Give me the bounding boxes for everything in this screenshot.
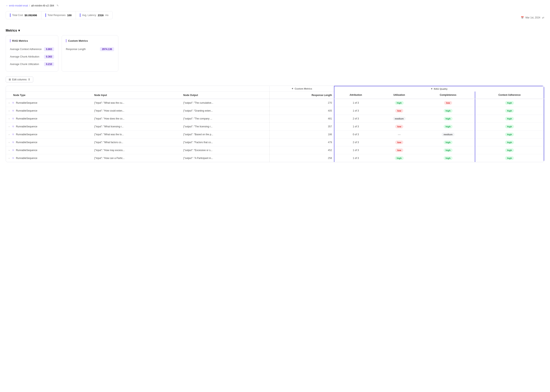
response-length-value: 479	[328, 141, 332, 144]
response-length-value: 405	[328, 109, 332, 112]
node-type-label: RunnableSequence	[16, 149, 37, 152]
custom-bar	[66, 39, 66, 42]
node-output-value: {"output": "Based on the p...	[183, 133, 213, 136]
copy-button[interactable]: ⧉	[12, 140, 15, 144]
expand-button[interactable]: ›	[8, 125, 10, 128]
response-length-value: 357	[328, 125, 332, 128]
breadcrumb-sep: /	[29, 4, 30, 7]
table-row: › ⧉ RunnableSequence {"input": "How coul…	[6, 107, 544, 115]
metric-value-chunk-attribution: 0.363	[44, 55, 54, 59]
columns-icon: ⊞	[9, 78, 11, 81]
breadcrumb-current: all-minilm-l6-v2-384	[31, 4, 54, 7]
metrics-cards-row: RAG Metrics Average Context Adherence 0.…	[6, 35, 544, 72]
group-custom-label: Custom Metrics	[295, 87, 312, 90]
metrics-section-title[interactable]: Metrics ▾	[6, 28, 544, 32]
copy-button[interactable]: ⧉	[12, 125, 15, 128]
stat-responses-label: Total Responses	[48, 14, 66, 17]
rag-title-text: RAG Metrics	[12, 39, 28, 42]
attribution-value: 2 of 3	[353, 117, 359, 120]
expand-button[interactable]: ›	[8, 133, 10, 136]
metric-label-context-adherence: Average Context Adherence	[10, 48, 42, 51]
edit-columns-button[interactable]: ⊞ Edit columns ⇕	[6, 77, 33, 82]
utilization-value: high	[395, 156, 404, 160]
col-utilization: Utilization	[377, 91, 421, 99]
utilization-value: low	[395, 109, 403, 112]
node-input-value: {"input": "How can a Partic...	[94, 157, 125, 160]
table-row: › ⧉ RunnableSequence {"input": "How does…	[6, 115, 544, 123]
node-type-label: RunnableSequence	[16, 109, 37, 112]
expand-button[interactable]: ›	[8, 117, 10, 120]
metric-label-chunk-utilization: Average Chunk Utilization	[10, 63, 39, 66]
completeness-value: high	[444, 156, 452, 160]
table-col-header-row: Node Type Node Input Node Output Respons…	[6, 91, 544, 99]
node-input-value: {"input": "How does the co...	[94, 117, 124, 120]
rag-bar	[10, 39, 11, 42]
node-type-label: RunnableSequence	[16, 133, 37, 136]
copy-button[interactable]: ⧉	[12, 148, 15, 152]
metric-value-chunk-utilization: 0.210	[44, 62, 54, 66]
expand-button[interactable]: ›	[8, 156, 10, 160]
table-row: › ⧉ RunnableSequence {"input": "How may …	[6, 146, 544, 154]
stat-avg-latency: Avg. Latency 2316 ms	[76, 11, 113, 19]
metric-row-response-length: Response Length 2974.136	[66, 46, 114, 53]
node-input-value: {"input": "How could exten...	[94, 109, 124, 112]
copy-button[interactable]: ⧉	[12, 117, 15, 120]
expand-button[interactable]: ›	[8, 149, 10, 152]
node-input-value: {"input": "What licensing r...	[94, 125, 123, 128]
breadcrumb: ← emb-model-eval / all-minilm-l6-v2-384 …	[6, 4, 544, 7]
attribution-value: 1 of 3	[353, 125, 359, 128]
utilization-value: low	[395, 125, 403, 128]
attribution-value: 2 of 3	[353, 141, 359, 144]
context-adherence-value: high	[505, 101, 514, 105]
node-input-value: {"input": "What was the to...	[94, 133, 124, 136]
edit-columns-label: Edit columns	[12, 78, 27, 81]
copy-button[interactable]: ⧉	[12, 109, 15, 112]
stat-bar-responses	[45, 13, 46, 17]
copy-button[interactable]: ⧉	[12, 101, 15, 105]
col-node-input: Node Input	[92, 91, 181, 99]
metric-row-chunk-utilization: Average Chunk Utilization 0.210	[10, 61, 54, 68]
utilization-value: medium	[393, 117, 406, 120]
utilization-value: high	[395, 101, 404, 105]
utilization-value: —	[398, 133, 401, 136]
stat-bar-cost	[10, 13, 11, 17]
attribution-value: 1 of 3	[353, 109, 359, 112]
metrics-title-text: Metrics	[6, 29, 17, 32]
response-length-value: 452	[328, 149, 332, 152]
rag-quality-icon: ✦	[431, 87, 433, 90]
edit-icon[interactable]: ✎	[57, 4, 59, 7]
expand-button[interactable]: ›	[8, 141, 10, 144]
copy-button[interactable]: ⧉	[12, 133, 15, 136]
expand-button[interactable]: ›	[8, 109, 10, 112]
stat-latency-label: Avg. Latency	[82, 14, 96, 17]
metric-row-chunk-attribution: Average Chunk Attribution 0.363	[10, 53, 54, 61]
col-attribution: Attribution	[334, 91, 377, 99]
expand-button[interactable]: ›	[8, 101, 10, 105]
col-completeness: Completeness	[421, 91, 475, 99]
col-context-adherence: Context Adherence	[475, 91, 544, 99]
table-row: › ⧉ RunnableSequence {"input": "What was…	[6, 99, 544, 107]
completeness-value: high	[444, 140, 452, 144]
stat-bar-latency	[80, 13, 80, 17]
node-output-value: {"output": "The cumulative...	[183, 101, 213, 104]
attribution-value: 1 of 3	[353, 157, 359, 160]
stat-total-cost: Total Cost $0.092496	[6, 11, 41, 19]
stat-latency-value: 2316	[98, 14, 104, 17]
node-output-value: {"output": "A Participant in...	[183, 157, 213, 160]
context-adherence-value: high	[505, 156, 514, 160]
node-type-label: RunnableSequence	[16, 101, 37, 104]
stat-responses-value: 100	[67, 14, 72, 17]
context-adherence-value: high	[505, 125, 514, 128]
response-length-value: 270	[328, 101, 332, 104]
group-empty	[6, 86, 270, 91]
date-area: 📅 Mar 1st, 2024 ⇄	[521, 16, 544, 19]
node-output-value: {"output": "Granting exten...	[183, 109, 213, 112]
date-label: Mar 1st, 2024	[525, 16, 540, 19]
node-output-value: {"output": "Factors that co...	[183, 141, 213, 144]
breadcrumb-back[interactable]: ← emb-model-eval	[6, 4, 28, 7]
compare-icon[interactable]: ⇄	[542, 16, 544, 19]
utilization-value: low	[395, 148, 403, 152]
completeness-value: high	[444, 109, 452, 112]
copy-button[interactable]: ⧉	[12, 156, 15, 160]
stat-total-responses: Total Responses 100	[41, 11, 76, 19]
